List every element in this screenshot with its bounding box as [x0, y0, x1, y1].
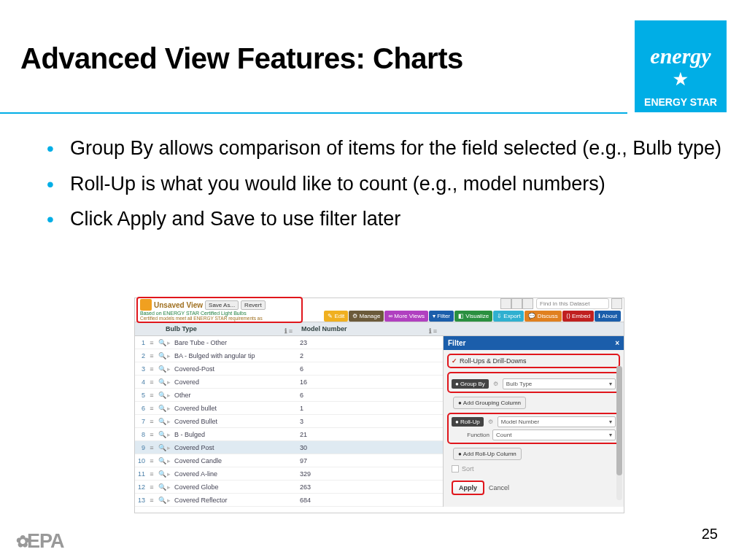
- rollups-section-callout: ✓Roll-Ups & Drill-Downs: [447, 354, 620, 368]
- row-menu-icon[interactable]: ≡: [147, 431, 157, 438]
- revert-button[interactable]: Revert: [241, 300, 266, 310]
- add-rollup-button[interactable]: ●Add Roll-Up Column: [453, 448, 522, 460]
- row-menu-icon[interactable]: ≡: [147, 497, 157, 504]
- column-headers: Bulb Typeℹ ≡ Model Numberℹ ≡: [135, 322, 624, 336]
- cell-model-number: 16: [300, 378, 443, 386]
- cell-bulb-type: Covered Candle: [174, 457, 300, 464]
- manage-button[interactable]: ⚙ Manage: [349, 311, 384, 322]
- gear-icon[interactable]: ⚙: [487, 419, 495, 425]
- table-row[interactable]: 1≡🔍▸Bare Tube - Other23: [135, 336, 443, 349]
- magnifier-icon[interactable]: 🔍: [157, 431, 167, 438]
- row-menu-icon[interactable]: ≡: [147, 470, 157, 478]
- magnifier-icon[interactable]: 🔍: [157, 483, 167, 491]
- page-number: 25: [702, 526, 718, 542]
- gear-icon[interactable]: ⚙: [492, 381, 500, 387]
- about-button[interactable]: ℹ About: [595, 311, 621, 322]
- groupby-callout: ● Group By ⚙ Bulb Type▾: [447, 372, 620, 393]
- table-row[interactable]: 8≡🔍▸B - Bulged21: [135, 428, 443, 441]
- row-number: 9: [135, 444, 147, 451]
- bullet-item: Click Apply and Save to use filter later: [38, 206, 747, 232]
- row-menu-icon[interactable]: ≡: [147, 378, 157, 386]
- chevron-right-icon: ▸: [167, 378, 174, 386]
- magnifier-icon[interactable]: 🔍: [157, 444, 167, 451]
- table-row[interactable]: 5≡🔍▸Other6: [135, 389, 443, 402]
- magnifier-icon[interactable]: 🔍: [157, 405, 167, 412]
- edit-button[interactable]: ✎ Edit: [324, 311, 348, 322]
- table-row[interactable]: 11≡🔍▸Covered A-line329: [135, 467, 443, 481]
- column-model-number[interactable]: Model Numberℹ ≡: [297, 325, 624, 332]
- chevron-right-icon: ▸: [167, 339, 174, 346]
- row-menu-icon[interactable]: ≡: [147, 365, 157, 373]
- based-on-text: Based on ENERGY STAR Certified Light Bul…: [140, 311, 299, 316]
- table-row[interactable]: 3≡🔍▸Covered-Post6: [135, 362, 443, 376]
- magnifier-icon[interactable]: 🔍: [157, 392, 167, 399]
- magnifier-icon[interactable]: 🔍: [157, 418, 167, 425]
- cell-bulb-type: Bare Tube - Other: [174, 339, 300, 346]
- view-mode-1[interactable]: [500, 298, 511, 309]
- row-menu-icon[interactable]: ≡: [147, 352, 157, 359]
- table-row[interactable]: 13≡🔍▸Covered Reflector684: [135, 494, 443, 507]
- table-row[interactable]: 10≡🔍▸Covered Candle97: [135, 454, 443, 467]
- header-rule: [0, 112, 627, 114]
- panel-scrollbar[interactable]: [616, 366, 622, 500]
- group-by-select[interactable]: Bulb Type▾: [503, 378, 616, 389]
- table-row[interactable]: 6≡🔍▸Covered bullet1: [135, 402, 443, 415]
- row-menu-icon[interactable]: ≡: [147, 483, 157, 491]
- cell-bulb-type: BA - Bulged with angular tip: [174, 352, 300, 359]
- row-menu-icon[interactable]: ≡: [147, 339, 157, 346]
- roll-up-select[interactable]: Model Number▾: [498, 416, 616, 427]
- table-row[interactable]: 12≡🔍▸Covered Globe263: [135, 481, 443, 494]
- header: Advanced View Features: Charts energy ★ …: [20, 20, 727, 112]
- view-mode-2[interactable]: [511, 298, 522, 309]
- row-number: 13: [135, 497, 147, 504]
- cancel-button[interactable]: Cancel: [489, 484, 509, 491]
- magnifier-icon[interactable]: 🔍: [157, 497, 167, 504]
- chevron-right-icon: ▸: [167, 418, 174, 425]
- row-menu-icon[interactable]: ≡: [147, 392, 157, 399]
- export-button[interactable]: ⇩ Export: [493, 311, 524, 322]
- table-row[interactable]: 2≡🔍▸BA - Bulged with angular tip2: [135, 349, 443, 362]
- embed-button[interactable]: ⟨⟩ Embed: [562, 311, 595, 322]
- apply-button[interactable]: Apply: [452, 481, 484, 495]
- cell-model-number: 3: [300, 418, 443, 425]
- row-menu-icon[interactable]: ≡: [147, 444, 157, 451]
- note-text: Certified models meet all ENERGY STAR re…: [140, 316, 299, 321]
- table-row[interactable]: 7≡🔍▸Covered Bullet3: [135, 415, 443, 428]
- filter-button[interactable]: ▾ Filter: [429, 311, 454, 322]
- table-row[interactable]: 9≡🔍▸Covered Post30: [135, 441, 443, 454]
- row-menu-icon[interactable]: ≡: [147, 418, 157, 425]
- discuss-button[interactable]: 💬 Discuss: [525, 311, 561, 322]
- row-number: 8: [135, 431, 147, 438]
- row-menu-icon[interactable]: ≡: [147, 457, 157, 464]
- cell-model-number: 329: [300, 470, 443, 478]
- check-icon: ✓: [452, 357, 457, 365]
- sort-row[interactable]: Sort: [447, 464, 620, 474]
- cell-model-number: 6: [300, 365, 443, 373]
- function-select[interactable]: Count▾: [492, 429, 616, 440]
- epa-logo: ✿EPA: [16, 530, 64, 553]
- magnifier-icon[interactable]: 🔍: [157, 365, 167, 373]
- visualize-button[interactable]: ◧ Visualize: [454, 311, 492, 322]
- unsaved-view-label: Unsaved View: [154, 301, 203, 309]
- cell-bulb-type: Covered Bullet: [174, 418, 300, 425]
- magnifier-icon[interactable]: 🔍: [157, 352, 167, 359]
- search-input[interactable]: Find in this Dataset: [536, 298, 609, 309]
- magnifier-icon[interactable]: 🔍: [157, 378, 167, 386]
- view-mode-3[interactable]: [522, 298, 533, 309]
- column-bulb-type[interactable]: Bulb Typeℹ ≡: [135, 325, 297, 332]
- table-row[interactable]: 4≡🔍▸Covered16: [135, 376, 443, 389]
- magnifier-icon[interactable]: 🔍: [157, 470, 167, 478]
- magnifier-icon[interactable]: 🔍: [157, 339, 167, 346]
- cell-model-number: 97: [300, 457, 443, 464]
- magnifier-icon[interactable]: 🔍: [157, 457, 167, 464]
- fullscreen-button[interactable]: [611, 298, 622, 309]
- close-icon[interactable]: ×: [615, 339, 619, 347]
- chevron-right-icon: ▸: [167, 392, 174, 399]
- more-views-button[interactable]: ∞ More Views: [384, 311, 428, 322]
- add-grouping-button[interactable]: ●Add Grouping Column: [453, 397, 526, 409]
- row-menu-icon[interactable]: ≡: [147, 405, 157, 412]
- chevron-right-icon: ▸: [167, 431, 174, 438]
- bullet-item: Roll-Up is what you would like to count …: [38, 171, 747, 197]
- sort-checkbox[interactable]: [452, 465, 459, 472]
- save-as-button[interactable]: Save As...: [205, 300, 239, 310]
